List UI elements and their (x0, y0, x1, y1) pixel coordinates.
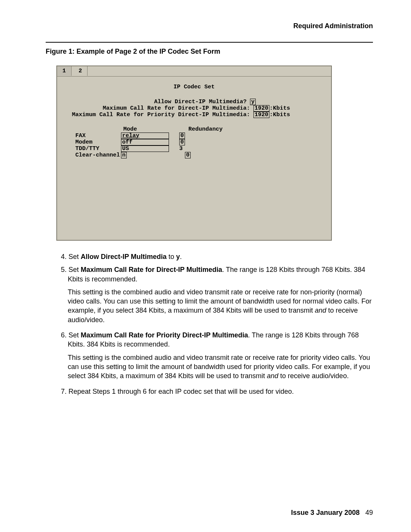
allow-line: Allow Direct-IP Multimedia? y (68, 99, 320, 105)
footer-issue: Issue 3 January 2008 (291, 509, 360, 516)
list-item: 5. Set Maximum Call Rate for Direct-IP M… (53, 265, 373, 284)
list-item: 7. Repeat Steps 1 through 6 for each IP … (53, 387, 373, 396)
table-row: TDD/TTYUS 3 (68, 145, 320, 152)
text-bold: y (176, 253, 180, 260)
horizontal-rule (46, 42, 373, 43)
allow-label: Allow Direct-IP Multimedia? (154, 99, 247, 105)
text: . (180, 253, 182, 260)
rate2-label: Maximum Call Rate for Priority Direct-IP… (72, 112, 250, 118)
step-number: 4. (61, 253, 67, 260)
rate1-unit: :Kbits (269, 105, 290, 112)
section-header: Required Administration (293, 22, 373, 30)
mode-header: Mode (123, 126, 137, 133)
step-number: 7. (61, 388, 67, 395)
rate2-field[interactable]: 1920 (253, 112, 269, 118)
page-footer: Issue 3 January 2008 49 (291, 509, 373, 517)
text-bold: Maximum Call Rate for Priority Direct-IP… (81, 331, 248, 339)
footer-page: 49 (365, 509, 373, 516)
body-content: 4. Set Allow Direct-IP Multimedia to y. … (53, 252, 373, 400)
rate2-unit: :Kbits (269, 112, 290, 118)
list-item: 6. Set Maximum Call Rate for Priority Di… (53, 331, 373, 349)
form-title: IP Codec Set (68, 84, 320, 90)
column-headers: Mode Redundancy (68, 126, 320, 133)
text: Set (68, 331, 81, 339)
text-bold: Allow Direct-IP Multimedia (81, 253, 167, 260)
redundancy-field[interactable]: 0 (179, 139, 185, 145)
text-italic: and (315, 307, 326, 314)
table-row: Modemoff 0 (68, 139, 320, 145)
text-bold: Maximum Call Rate for Direct-IP Multimed… (81, 266, 222, 273)
row-label: TDD/TTY (75, 146, 121, 152)
row-label: FAX (75, 133, 121, 139)
row-label: Modem (75, 139, 121, 145)
text-italic: and (267, 372, 278, 380)
redundancy-field[interactable]: 0 (179, 133, 185, 139)
tab-2[interactable]: 2 (73, 66, 88, 76)
step-number: 6. (61, 331, 67, 339)
rate1-field[interactable]: 1920 (253, 105, 269, 112)
paragraph: This setting is the combined audio and v… (68, 353, 373, 381)
text: to (167, 253, 176, 260)
figure-caption: Figure 1: Example of Page 2 of the IP Co… (46, 48, 220, 56)
redundancy-header: Redundancy (188, 126, 223, 133)
text: Set (68, 253, 81, 260)
rate1-label: Maximum Call Rate for Direct-IP Multimed… (103, 105, 250, 112)
redundancy-field[interactable]: 0 (185, 152, 191, 158)
tab-1[interactable]: 1 (57, 66, 72, 76)
text: Set (68, 266, 81, 273)
row-label: Clear-channel (75, 152, 121, 158)
rate1-line: Maximum Call Rate for Direct-IP Multimed… (68, 105, 320, 112)
tab-bar: 1 2 (57, 66, 331, 77)
table-row: Clear-channeln 0 (68, 152, 320, 158)
text: Repeat Steps 1 through 6 for each IP cod… (68, 388, 294, 395)
mode-field[interactable]: n (121, 152, 127, 158)
redundancy-value: 3 (179, 145, 183, 152)
step-number: 5. (61, 266, 67, 273)
rate2-line: Maximum Call Rate for Priority Direct-IP… (68, 112, 320, 118)
terminal-body: IP Codec Set Allow Direct-IP Multimedia?… (57, 77, 331, 166)
terminal-screenshot: 1 2 IP Codec Set Allow Direct-IP Multime… (56, 66, 332, 241)
text: to receive audio/video. (278, 372, 349, 380)
mode-field[interactable]: relay (121, 133, 169, 139)
allow-field[interactable]: y (250, 99, 256, 105)
mode-field[interactable]: US (121, 145, 169, 152)
paragraph: This setting is the combined audio and v… (68, 288, 373, 324)
list-item: 4. Set Allow Direct-IP Multimedia to y. (53, 252, 373, 261)
mode-field[interactable]: off (121, 139, 169, 145)
table-row: FAXrelay 0 (68, 133, 320, 139)
